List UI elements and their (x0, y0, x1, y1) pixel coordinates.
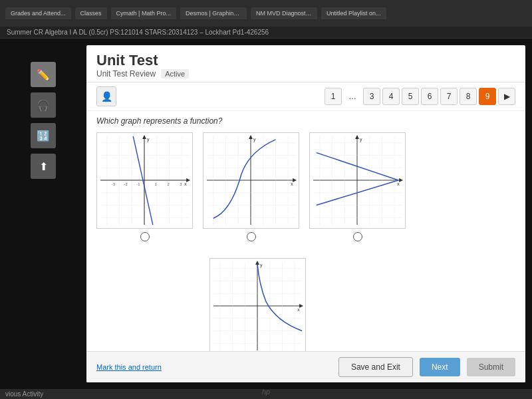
graph-svg-3: y x (310, 133, 405, 228)
svg-text:2: 2 (168, 182, 170, 186)
svg-marker-59 (355, 135, 359, 139)
graph-container-2: y x (203, 132, 299, 229)
page-btn-7[interactable]: 7 (440, 88, 458, 105)
tab-classes[interactable]: Classes (75, 7, 107, 19)
left-sidebar: ✏️ 🎧 🔢 ⬆ (7, 62, 80, 179)
svg-text:x: x (184, 182, 187, 186)
svg-marker-17 (186, 178, 190, 182)
screen-background: Summer CR Algebra I A DL (0.5cr) PS:1210… (0, 27, 532, 399)
content-area: Unit Test Unit Test Review Active 👤 1 … … (86, 45, 525, 382)
question-text: Which graph represents a function? (96, 116, 515, 126)
page-numbers: 1 … 3 4 5 6 7 8 9 ▶ (325, 88, 515, 105)
page-btn-8[interactable]: 8 (460, 88, 477, 105)
svg-text:y: y (360, 137, 362, 142)
svg-marker-41 (249, 135, 253, 139)
page-subtitle: Unit Test Review Active (96, 69, 515, 78)
svg-text:x: x (397, 182, 400, 186)
graph-svg-2: y x (203, 133, 299, 228)
svg-text:-1: -1 (136, 182, 140, 186)
graph-container-4: y x (209, 258, 306, 354)
svg-marker-80 (299, 304, 303, 308)
svg-text:x: x (297, 307, 300, 312)
page-btn-6[interactable]: 6 (421, 88, 438, 105)
submit-button[interactable]: Submit (467, 358, 515, 376)
class-info-text: Summer CR Algebra I A DL (0.5cr) PS:1210… (7, 29, 269, 36)
upload-icon[interactable]: ⬆ (31, 154, 56, 179)
headphone-icon[interactable]: 🎧 (31, 92, 56, 118)
svg-text:1: 1 (155, 182, 157, 186)
radio-graph-3[interactable] (353, 232, 362, 241)
nav-toolbar: 👤 1 … 3 4 5 6 7 8 9 ▶ (86, 82, 525, 111)
tab-grades[interactable]: Grades and Attend... (5, 7, 71, 19)
calculator-icon[interactable]: 🔢 (31, 123, 56, 148)
subtitle-label: Unit Test Review (96, 69, 156, 78)
graph-item-3: y x (309, 132, 406, 241)
graph-item-1: y x -1 -2 -3 1 2 3 (96, 132, 193, 241)
page-btn-1[interactable]: 1 (325, 88, 342, 105)
radio-graph-1[interactable] (140, 232, 150, 241)
svg-text:x: x (291, 182, 293, 186)
tab-cymath[interactable]: Cymath | Math Pro... (111, 7, 176, 19)
page-btn-3[interactable]: 3 (363, 88, 380, 105)
svg-marker-42 (293, 178, 297, 182)
svg-text:3: 3 (180, 182, 182, 186)
graph-item-2: y x (203, 132, 299, 241)
question-area: Which graph represents a function? (86, 111, 525, 362)
bottom-bar: Mark this and return Save and Exit Next … (86, 351, 525, 382)
next-button[interactable]: Next (420, 358, 460, 376)
page-btn-9[interactable]: 9 (479, 88, 496, 105)
svg-text:-3: -3 (112, 182, 116, 186)
page-btn-4[interactable]: 4 (382, 88, 400, 105)
mark-return-link[interactable]: Mark this and return (96, 363, 162, 371)
class-info-bar: Summer CR Algebra I A DL (0.5cr) PS:1210… (0, 27, 532, 39)
svg-marker-16 (142, 135, 146, 139)
tab-mvd[interactable]: NM MVD Diagnosti... (251, 7, 317, 19)
graph-container-3: y x (309, 132, 406, 229)
graph-container-1: y x -1 -2 -3 1 2 3 (96, 132, 193, 229)
status-badge: Active (161, 69, 189, 78)
svg-marker-60 (399, 178, 403, 182)
svg-text:-2: -2 (124, 182, 127, 186)
user-icon-button[interactable]: 👤 (96, 86, 116, 106)
page-ellipsis: … (344, 88, 361, 105)
graph-svg-4: y x (210, 259, 305, 354)
svg-text:y: y (253, 137, 256, 142)
pencil-icon[interactable]: ✏️ (31, 62, 56, 87)
content-header: Unit Test Unit Test Review Active (86, 45, 525, 82)
browser-bar: Grades and Attend... Classes Cymath | Ma… (0, 0, 532, 27)
svg-text:y: y (260, 263, 263, 268)
graphs-grid: y x -1 -2 -3 1 2 3 (96, 132, 515, 362)
svg-text:y: y (147, 137, 150, 142)
graph-item-4: y x (209, 258, 306, 362)
page-btn-5[interactable]: 5 (402, 88, 419, 105)
tab-playlist[interactable]: Untitled Playlist on... (321, 7, 386, 19)
graph-svg-1: y x -1 -2 -3 1 2 3 (97, 133, 192, 228)
page-title: Unit Test (96, 52, 515, 69)
tab-desmos[interactable]: Desmos | Graphing... (180, 7, 247, 19)
status-text: vious Activity (5, 390, 43, 398)
save-exit-button[interactable]: Save and Exit (338, 357, 413, 377)
radio-graph-2[interactable] (247, 232, 256, 241)
page-next-arrow[interactable]: ▶ (498, 88, 515, 105)
hp-logo: hp (262, 388, 270, 396)
